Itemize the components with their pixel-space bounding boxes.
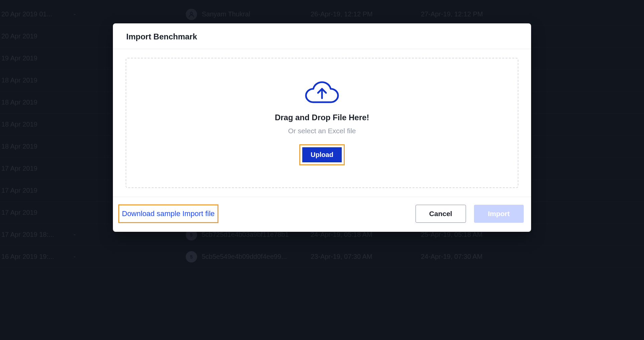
upload-button[interactable]: Upload xyxy=(302,147,342,162)
cloud-upload-icon xyxy=(305,81,339,106)
dropzone-subtitle: Or select an Excel file xyxy=(288,127,356,135)
download-sample-link[interactable]: Download sample Import file xyxy=(122,209,215,218)
modal-title: Import Benchmark xyxy=(126,32,518,41)
import-benchmark-modal: Import Benchmark Drag and Drop File Here… xyxy=(113,23,531,232)
file-dropzone[interactable]: Drag and Drop File Here! Or select an Ex… xyxy=(126,58,518,188)
modal-footer: Download sample Import file Cancel Impor… xyxy=(113,197,531,232)
dropzone-title: Drag and Drop File Here! xyxy=(275,113,369,122)
import-button[interactable]: Import xyxy=(474,205,524,223)
modal-body: Drag and Drop File Here! Or select an Ex… xyxy=(113,49,531,197)
footer-actions: Cancel Import xyxy=(416,205,524,223)
highlight-upload: Upload xyxy=(299,144,345,165)
modal-header: Import Benchmark xyxy=(113,23,531,49)
highlight-download: Download sample Import file xyxy=(118,204,218,223)
cancel-button[interactable]: Cancel xyxy=(416,205,466,223)
